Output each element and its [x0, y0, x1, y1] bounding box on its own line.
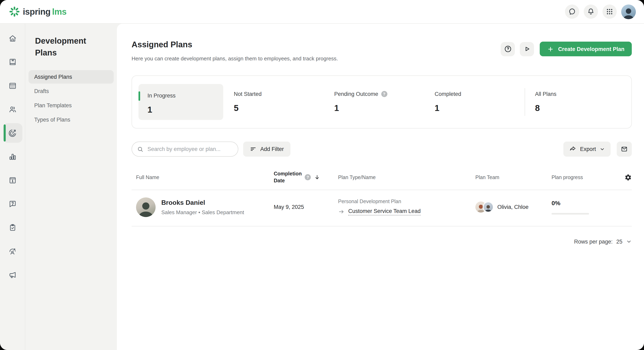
user-avatar[interactable] [621, 4, 636, 19]
help-button[interactable] [500, 42, 515, 56]
rail-item-home[interactable] [3, 29, 22, 48]
plan-team-cell: Olivia, Chloe [475, 202, 552, 213]
body: Development Plans Assigned Plans Drafts … [0, 24, 644, 350]
stat-label: Pending Outcome [334, 91, 378, 97]
rail-item-help[interactable] [3, 194, 22, 214]
create-development-plan-button[interactable]: Create Development Plan [540, 42, 632, 56]
stat-label: All Plans [535, 91, 625, 97]
stat-value: 8 [535, 103, 625, 113]
ispring-burst-icon [9, 6, 20, 17]
search-input[interactable] [132, 141, 238, 157]
plan-status-summary: In Progress 1 Not Started 5 Pending Outc… [132, 75, 632, 128]
team-avatar-chloe [483, 202, 494, 213]
table-toolbar: Add Filter Export [132, 141, 632, 157]
bell-icon [586, 7, 595, 16]
notifications-button[interactable] [584, 5, 598, 19]
completion-date-cell: May 9, 2025 [274, 204, 338, 210]
add-filter-button[interactable]: Add Filter [243, 141, 290, 157]
nav-plan-templates[interactable]: Plan Templates [28, 99, 114, 112]
create-button-label: Create Development Plan [558, 46, 624, 52]
apps-grid-icon [606, 8, 614, 16]
logo-brand: ispring [23, 7, 50, 16]
video-tutorial-button[interactable] [520, 42, 534, 56]
icon-rail [0, 24, 25, 350]
apps-button[interactable] [602, 5, 617, 19]
megaphone-icon [8, 270, 17, 279]
help-chat-icon [8, 200, 17, 209]
rail-item-calendar[interactable] [3, 76, 22, 95]
stage: ispringlms [0, 0, 644, 350]
export-label: Export [580, 146, 596, 152]
stat-value: 1 [148, 105, 223, 115]
table-row[interactable]: Brooks Daniel Sales Manager • Sales Depa… [132, 190, 632, 226]
nav-assigned-plans[interactable]: Assigned Plans [28, 70, 114, 84]
section-title: Development Plans [25, 35, 117, 59]
rail-item-surveys[interactable] [3, 218, 22, 237]
rail-item-performance[interactable] [3, 242, 22, 261]
progress-value: 0% [552, 200, 617, 207]
rows-per-page-label: Rows per page: [574, 239, 613, 245]
stat-completed[interactable]: Completed 1 [424, 91, 524, 113]
arrow-right-icon [338, 209, 344, 215]
topbar-actions [565, 4, 636, 19]
active-rail-marker [4, 124, 6, 141]
plan-name-link[interactable]: Customer Service Team Lead [348, 208, 420, 216]
ispring-logo[interactable]: ispringlms [9, 6, 66, 17]
rail-item-catalog[interactable] [3, 170, 22, 190]
plan-name-row: Customer Service Team Lead [338, 208, 475, 216]
nav-drafts[interactable]: Drafts [28, 84, 114, 98]
stat-all-plans[interactable]: All Plans 8 [524, 91, 625, 113]
progress-cell: 0% [552, 200, 617, 215]
stat-value: 1 [435, 103, 524, 113]
rows-per-page-control[interactable]: Rows per page: 25 [132, 239, 632, 245]
section-nav: Assigned Plans Drafts Plan Templates Typ… [25, 70, 117, 126]
stat-label-row: Pending Outcome ? [334, 91, 424, 97]
rail-item-reports[interactable] [3, 147, 22, 166]
home-icon [8, 34, 17, 43]
stat-in-progress[interactable]: In Progress 1 [138, 84, 223, 120]
assigned-plans-table: Full Name Completion Date ? Plan Type/Na… [132, 162, 632, 245]
column-settings-button[interactable] [617, 174, 632, 181]
question-circle-icon [503, 45, 512, 53]
col-completion-date[interactable]: Completion Date ? [274, 170, 338, 184]
sort-descending-icon[interactable] [314, 174, 320, 181]
rail-item-people[interactable] [3, 100, 22, 119]
completion-date-help-icon[interactable]: ? [305, 174, 311, 181]
search-box [132, 141, 238, 157]
calendar-icon [8, 81, 17, 90]
stat-label: In Progress [148, 93, 223, 99]
nav-types-of-plans[interactable]: Types of Plans [28, 113, 114, 126]
stat-not-started[interactable]: Not Started 5 [223, 91, 324, 113]
filter-icon [250, 146, 256, 152]
employee-info: Brooks Daniel Sales Manager • Sales Depa… [161, 199, 244, 215]
add-filter-label: Add Filter [260, 146, 284, 152]
rail-item-development-plans[interactable] [3, 123, 22, 143]
topbar: ispringlms [0, 0, 644, 24]
progress-bar [552, 213, 589, 215]
plus-icon [547, 46, 554, 52]
col-plan-type-name: Plan Type/Name [338, 174, 475, 180]
rail-item-announcements[interactable] [3, 265, 22, 285]
col-full-name: Full Name [136, 174, 274, 180]
reports-chart-icon [8, 152, 17, 161]
chevron-down-icon [600, 146, 605, 152]
gear-icon [624, 174, 632, 181]
export-share-icon [569, 145, 576, 153]
stat-label: Completed [435, 91, 524, 97]
employee-name[interactable]: Brooks Daniel [161, 199, 244, 206]
table-header: Full Name Completion Date ? Plan Type/Na… [132, 162, 632, 190]
export-button[interactable]: Export [563, 141, 610, 157]
courses-book-icon [8, 58, 17, 67]
stat-pending-outcome[interactable]: Pending Outcome ? 1 [324, 91, 424, 113]
email-report-button[interactable] [617, 141, 632, 157]
search-icon [137, 146, 144, 152]
team-avatars [475, 202, 494, 213]
stat-value: 1 [334, 103, 424, 113]
chat-button[interactable] [565, 5, 579, 19]
rail-item-courses[interactable] [3, 52, 22, 72]
pending-outcome-help-icon[interactable]: ? [381, 91, 387, 97]
app-window: ispringlms [0, 0, 644, 350]
active-stat-marker [138, 91, 140, 101]
team-names: Olivia, Chloe [497, 204, 528, 210]
clipboard-check-icon [8, 223, 17, 232]
